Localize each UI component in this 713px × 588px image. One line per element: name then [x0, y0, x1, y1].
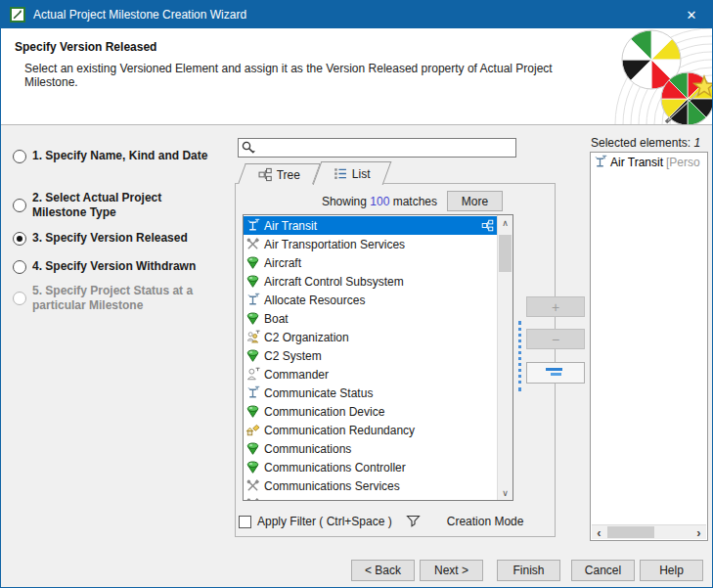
window-title: Actual Project Milestone Creation Wizard [33, 8, 246, 22]
list-icon [334, 166, 348, 181]
block-icon [245, 274, 260, 289]
list-item-label: C2 System [264, 349, 322, 363]
close-button[interactable]: ✕ [671, 1, 712, 28]
block-icon [245, 255, 260, 270]
list-item[interactable]: Coordination Services [244, 495, 497, 501]
block-icon [245, 460, 260, 475]
next-button[interactable]: Next > [420, 560, 483, 581]
list-item[interactable]: Allocate Resources [244, 291, 497, 309]
finish-button[interactable]: Finish [497, 560, 560, 581]
scroll-up-icon[interactable]: ∧ [498, 215, 512, 230]
tab-label: List [352, 167, 371, 181]
apply-filter-checkbox[interactable] [239, 516, 251, 528]
scrollbar-thumb[interactable] [499, 235, 512, 272]
horizontal-scrollbar[interactable]: ‹ › [592, 524, 706, 539]
activity-icon [245, 293, 260, 307]
redundancy-icon [245, 423, 260, 437]
filter-row: Apply Filter ( Ctrl+Space ) Creation Mod… [239, 514, 523, 529]
list-item-label: Boat [264, 312, 289, 326]
splitter-handle[interactable] [518, 321, 521, 391]
list-item[interactable]: Aircraft [244, 253, 497, 272]
list-item[interactable]: Aircraft Control Subsystem [244, 272, 497, 291]
block-icon [245, 311, 260, 326]
step-radio-1[interactable] [13, 150, 26, 163]
scroll-right-icon[interactable]: › [691, 525, 706, 539]
list-item[interactable]: Commander [244, 365, 497, 384]
step-item-5[interactable]: 5. Specify Project Status at a particula… [13, 284, 230, 313]
more-button[interactable]: More [447, 191, 503, 211]
step-radio-5[interactable] [13, 292, 26, 305]
assign-button[interactable] [526, 362, 585, 384]
list-item-label: Communications Services [264, 479, 400, 493]
app-icon [10, 7, 25, 23]
apply-filter-label: Apply Filter ( Ctrl+Space ) [257, 515, 392, 528]
list-item-label: Aircraft Control Subsystem [264, 275, 404, 289]
selected-element-type: [Perso [666, 156, 700, 169]
scroll-down-icon[interactable]: ∨ [498, 485, 512, 500]
list-item[interactable]: Air Transit [244, 216, 497, 235]
view-tabs: Tree List [242, 161, 387, 184]
services-icon [245, 497, 260, 501]
list-item-label: Aircraft [264, 256, 301, 270]
list-item[interactable]: Communication Device [244, 402, 497, 421]
block-icon [245, 404, 260, 419]
list-item[interactable]: Communications Controller [244, 458, 497, 476]
remove-button[interactable]: − [526, 329, 585, 349]
selected-elements-list: Air Transit [Perso ‹ › [590, 152, 708, 541]
list-item-label: Air Transit [264, 219, 317, 233]
list-item-label: Coordination Services [264, 498, 379, 502]
wizard-graphic-icon [607, 28, 712, 124]
selected-element-name: Air Transit [610, 156, 663, 169]
list-item[interactable]: Communications [244, 439, 497, 458]
help-button[interactable]: Help [640, 560, 703, 581]
list-item-label: Communications Controller [264, 461, 406, 475]
list-item-label: Communications [264, 442, 351, 456]
selected-element-item[interactable]: Air Transit [Perso [591, 153, 707, 169]
search-input[interactable] [256, 140, 515, 156]
step-label: 4. Specify Version Withdrawn [32, 259, 218, 274]
add-button[interactable]: + [526, 296, 585, 317]
filter-funnel-icon[interactable] [406, 514, 422, 529]
list-item-label: Air Transportation Services [264, 238, 405, 251]
step-radio-2[interactable] [13, 199, 26, 212]
list-item[interactable]: Air Transportation Services [244, 235, 497, 253]
element-list-rows: Air Transit Air Transportation Services … [244, 216, 497, 501]
scroll-left-icon[interactable]: ‹ [592, 525, 606, 539]
list-item[interactable]: Communication Redundancy [244, 421, 497, 439]
person-icon [245, 367, 260, 382]
activity-icon [593, 155, 607, 169]
title-bar: Actual Project Milestone Creation Wizard… [1, 1, 712, 28]
list-item[interactable]: Communicate Status [244, 384, 497, 402]
step-item-2[interactable]: 2. Select Actual Project Milestone Type [13, 191, 230, 220]
page-subtitle: Select an existing Versioned Element and… [24, 62, 592, 89]
organization-icon [245, 330, 260, 344]
selected-elements-label: Selected elements: 1 [591, 136, 700, 150]
list-item[interactable]: Communications Services [244, 476, 497, 495]
step-label: 5. Specify Project Status at a particula… [32, 284, 218, 313]
step-item-3[interactable]: 3. Specify Version Released [13, 231, 230, 246]
list-item[interactable]: Boat [244, 309, 497, 328]
list-item-label: Allocate Resources [264, 294, 365, 307]
step-item-4[interactable]: 4. Specify Version Withdrawn [13, 259, 230, 274]
step-radio-4[interactable] [13, 260, 26, 274]
back-button[interactable]: < Back [351, 560, 415, 581]
tab-list[interactable]: List [313, 161, 391, 185]
element-list: Air Transit Air Transportation Services … [243, 214, 513, 501]
tab-tree[interactable]: Tree [238, 163, 321, 184]
list-item[interactable]: C2 System [244, 346, 497, 365]
cancel-button[interactable]: Cancel [571, 560, 635, 581]
tree-icon [258, 167, 273, 182]
step-item-1[interactable]: 1. Specify Name, Kind and Date [13, 149, 230, 163]
vertical-scrollbar[interactable]: ∧ ∨ [497, 215, 512, 500]
list-item-label: Communication Device [264, 405, 384, 419]
tab-label: Tree [277, 167, 300, 181]
tree-icon [481, 219, 494, 232]
creation-mode-label[interactable]: Creation Mode [447, 515, 524, 528]
step-label: 3. Specify Version Released [32, 231, 218, 246]
element-selection-pane: Showing 100 matches More Air Transit Air… [235, 183, 556, 537]
matches-row: Showing 100 matches More [236, 191, 503, 211]
step-radio-3[interactable] [13, 232, 26, 246]
close-icon: ✕ [687, 8, 697, 23]
scrollbar-thumb[interactable] [607, 526, 654, 538]
list-item[interactable]: C2 Organization [244, 328, 497, 346]
